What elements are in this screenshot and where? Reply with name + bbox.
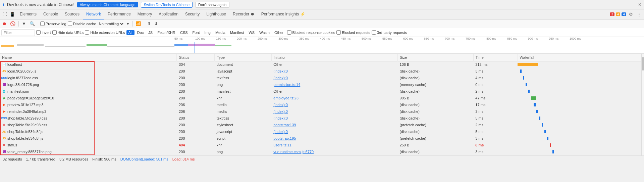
invert-label[interactable]: Invert — [36, 30, 51, 35]
table-row[interactable]: {}manifest.json200manifestOther(disk cac… — [0, 88, 644, 95]
cell-initiator[interactable]: vue.runtime.esm.js:6779 — [271, 148, 397, 155]
cell-initiator[interactable]: (index):0 — [271, 68, 397, 75]
cell-initiator[interactable]: bootstrap:195 — [271, 135, 397, 142]
cell-initiator[interactable]: Other — [271, 61, 397, 68]
filter-input[interactable] — [1, 29, 35, 36]
table-row[interactable]: JSshopTable.fe534d8f.js200scriptbootstra… — [0, 135, 644, 142]
switch-devtools-button[interactable]: Switch DevTools to Chinese — [141, 2, 193, 8]
cell-name[interactable]: {}manifest.json — [0, 88, 177, 95]
cell-name[interactable]: CSSlogin.f8377ced.css — [0, 75, 177, 81]
cell-name[interactable]: ▶preview.3f1fe127.mp3 — [0, 101, 177, 108]
blocked-cookies-checkbox[interactable] — [287, 30, 291, 35]
hide-data-urls-label[interactable]: Hide data URLs — [52, 30, 84, 35]
cell-name[interactable]: JSshopTable.fe534d8f.js — [0, 128, 177, 135]
tab-security[interactable]: Security — [182, 9, 203, 19]
tab-memory[interactable]: Memory — [134, 9, 155, 19]
cell-initiator[interactable]: Other — [271, 88, 397, 95]
cell-initiator[interactable]: (index):0 — [271, 128, 397, 135]
cell-initiator[interactable]: users.ts:11 — [271, 142, 397, 148]
cell-name[interactable]: 🖼logo.38b01728.png — [0, 81, 177, 88]
cell-name[interactable]: 📄localhost — [0, 61, 177, 68]
col-header-status[interactable]: Status — [177, 54, 215, 61]
throttle-select[interactable]: No throttling — [98, 21, 124, 26]
dismiss-button[interactable]: Don't show again — [195, 2, 229, 8]
disable-cache-label[interactable]: Disable cache — [68, 21, 96, 26]
cell-name[interactable]: 🖼table_empty.885371bc.png — [0, 148, 177, 155]
record-button[interactable]: ⏺ — [1, 20, 8, 27]
filter-type-other[interactable]: Other — [272, 30, 286, 35]
cell-initiator[interactable]: (index):0 — [271, 108, 397, 115]
table-row[interactable]: CSSshopTable.5fd29e98.css200text/css(ind… — [0, 115, 644, 122]
filter-type-media[interactable]: Media — [213, 30, 227, 35]
col-header-name[interactable]: Name — [0, 54, 177, 61]
table-row[interactable]: ▶reminder.0a3849af.mp3206media(index):0(… — [0, 108, 644, 115]
filter-type-wasm[interactable]: Wasm — [257, 30, 272, 35]
import-icon[interactable]: ⬆ — [146, 20, 152, 27]
cell-initiator[interactable]: permission.ts:14 — [271, 81, 397, 88]
filter-type-css[interactable]: CSS — [178, 30, 190, 35]
filter-type-img[interactable]: Img — [203, 30, 213, 35]
cell-initiator[interactable]: employee.ts:23 — [271, 95, 397, 101]
scrollbar-thumb[interactable] — [642, 57, 644, 71]
filter-type-manifest[interactable]: Manifest — [228, 30, 246, 35]
cell-name[interactable]: ▶reminder.0a3849af.mp3 — [0, 108, 177, 115]
third-party-checkbox[interactable] — [372, 30, 376, 35]
filter-type-ws[interactable]: WS — [247, 30, 257, 35]
search-icon[interactable]: 🔍 — [29, 20, 36, 27]
inspect-icon[interactable]: ⛶ — [1, 11, 8, 17]
third-party-label[interactable]: 3rd-party requests — [372, 30, 407, 35]
settings-icon[interactable]: ⚙ — [628, 11, 634, 17]
clear-button[interactable]: 🚫 — [9, 20, 16, 27]
wifi-icon[interactable]: 📶 — [135, 20, 142, 27]
scrollbar-right[interactable] — [641, 54, 644, 155]
preserve-log-label[interactable]: Preserve log — [40, 21, 66, 26]
preserve-log-checkbox[interactable] — [40, 21, 45, 26]
col-header-type[interactable]: Type — [215, 54, 271, 61]
cell-initiator[interactable]: (index):0 — [271, 75, 397, 81]
cell-initiator[interactable]: (index):0 — [271, 115, 397, 122]
throttle-arrow-icon[interactable]: ▾ — [126, 20, 130, 27]
col-header-waterfall[interactable]: Waterfall — [518, 54, 644, 61]
hide-extension-label[interactable]: Hide extension URLs — [85, 30, 125, 35]
tab-console[interactable]: Console — [40, 9, 61, 19]
table-row[interactable]: ✕status404xhrusers.ts:11259 B8 ms — [0, 142, 644, 148]
table-row[interactable]: ⇄page?page=1&pageSize=10200xhremployee.t… — [0, 95, 644, 101]
col-header-size[interactable]: Size — [398, 54, 474, 61]
match-language-button[interactable]: Always match Chrome's language — [77, 2, 138, 7]
table-row[interactable]: ▶preview.3f1fe127.mp3206media(index):0(d… — [0, 101, 644, 108]
tab-lighthouse[interactable]: Lighthouse — [203, 9, 229, 19]
hide-extension-checkbox[interactable] — [85, 30, 89, 35]
hide-data-urls-checkbox[interactable] — [52, 30, 57, 35]
filter-type-js[interactable]: JS — [146, 30, 155, 35]
table-row[interactable]: 📄localhost304documentOther106 B312 ms — [0, 61, 644, 68]
filter-type-font[interactable]: Font — [191, 30, 202, 35]
tab-elements[interactable]: Elements — [16, 9, 40, 19]
blocked-cookies-label[interactable]: Blocked response cookies — [287, 30, 335, 35]
tab-recorder[interactable]: Recorder ⏺ — [229, 9, 258, 19]
table-row[interactable]: ✕shopTable.5fd29e98.css200stylesheetboot… — [0, 122, 644, 128]
blocked-requests-checkbox[interactable] — [336, 30, 341, 35]
cell-name[interactable]: CSSshopTable.5fd29e98.css — [0, 115, 177, 122]
cell-name[interactable]: ✕shopTable.5fd29e98.css — [0, 122, 177, 128]
tab-performance[interactable]: Performance — [104, 9, 134, 19]
cell-name[interactable]: ✕status — [0, 142, 177, 148]
filter-icon[interactable]: ▼ — [21, 20, 27, 27]
tab-sources[interactable]: Sources — [61, 9, 83, 19]
col-header-initiator[interactable]: Initiator — [271, 54, 397, 61]
tab-application[interactable]: Application — [155, 9, 182, 19]
close-button[interactable]: × — [638, 2, 641, 8]
table-row[interactable]: JSshopTable.fe534d8f.js200javascript(ind… — [0, 128, 644, 135]
device-icon[interactable]: 📱 — [8, 11, 16, 17]
cell-name[interactable]: JSshopTable.fe534d8f.js — [0, 135, 177, 142]
col-header-time[interactable]: Time — [473, 54, 518, 61]
table-row[interactable]: 🖼logo.38b01728.png200pngpermission.ts:14… — [0, 81, 644, 88]
tab-performance-insights[interactable]: Performance insights ⚡ — [258, 9, 309, 19]
disable-cache-checkbox[interactable] — [68, 21, 72, 26]
filter-type-fetch/xhr[interactable]: Fetch/XHR — [155, 30, 177, 35]
export-icon[interactable]: ⬇ — [153, 20, 159, 27]
more-tools-icon[interactable]: ⋮ — [636, 11, 643, 17]
blocked-requests-label[interactable]: Blocked requests — [336, 30, 370, 35]
cell-initiator[interactable]: (index):0 — [271, 101, 397, 108]
filter-type-all[interactable]: All — [126, 30, 135, 35]
cell-initiator[interactable]: bootstrap:139 — [271, 122, 397, 128]
